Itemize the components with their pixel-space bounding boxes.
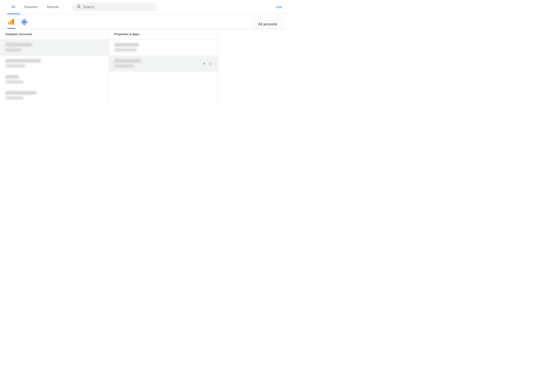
analytics-accounts-header: Analytics Accounts [0,29,109,39]
account-item[interactable] [0,56,109,72]
search-box [72,3,157,11]
property-item[interactable] [109,39,218,56]
svg-line-1 [80,7,80,8]
right-panel [218,29,289,104]
star-icon[interactable]: ☆ [208,61,212,66]
check-icon: ✓ [203,61,206,66]
tab-recents[interactable]: Recents [42,0,63,14]
property-text [114,43,212,52]
main-columns: Analytics Accounts [0,29,289,104]
svg-rect-4 [12,19,14,24]
property-item[interactable]: ✓ ☆ [109,56,218,72]
tab-favorites[interactable]: Favorites [20,0,42,14]
svg-rect-3 [10,20,12,25]
search-input[interactable] [83,5,152,9]
search-icon [77,4,81,9]
tab-all[interactable]: All [7,0,20,14]
account-item[interactable] [0,39,109,56]
all-accounts-button[interactable]: All accounts [254,20,282,29]
property-text [114,59,200,68]
jira-product-button[interactable] [20,18,28,29]
top-navigation: All Favorites Recents Visit [0,0,289,14]
product-row: All accounts [0,14,289,29]
visit-link[interactable]: Visit [276,5,282,9]
analytics-accounts-column: Analytics Accounts [0,29,109,104]
analytics-product-button[interactable] [7,18,15,29]
svg-rect-2 [8,22,10,25]
account-item[interactable] [0,72,109,88]
account-item[interactable] [0,88,109,104]
properties-apps-header: Properties & Apps [109,29,218,39]
properties-apps-column: Properties & Apps ✓ [109,29,218,104]
